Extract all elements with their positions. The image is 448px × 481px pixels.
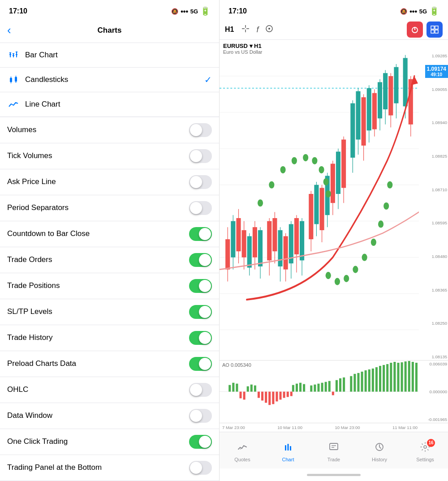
crosshair-icon[interactable] [241,24,250,35]
nav-header: ‹ Charts [0,20,219,43]
svg-rect-55 [278,230,282,266]
signal-icon-right: ●●● [409,9,417,14]
svg-rect-162 [265,392,267,403]
line-chart-icon [7,98,20,111]
svg-rect-131 [314,385,316,392]
layout-button[interactable] [426,21,443,38]
svg-rect-89 [378,82,382,118]
chart-symbol-info: EURUSD ▾ H1 Euro vs US Dollar [223,43,262,55]
svg-rect-156 [412,362,414,392]
line-chart-label: Line Chart [25,100,212,109]
svg-rect-81 [356,91,360,140]
price-7: 1.08480 [420,254,447,259]
toggle-countdown-label: Countdown to Bar Close [7,229,90,238]
toggle-ask-label: Ask Price Line [7,177,56,186]
toggle-ohlc-switch[interactable] [189,383,212,397]
tab-trade[interactable]: Trade [311,439,357,462]
back-button[interactable]: ‹ [7,23,15,37]
svg-rect-26 [435,30,438,33]
svg-rect-130 [310,386,312,392]
svg-rect-153 [401,362,403,392]
tab-history[interactable]: History [357,439,402,462]
svg-rect-155 [408,361,410,392]
svg-rect-133 [321,383,323,392]
price-5: 1.08710 [420,187,447,192]
time-tick-2: 10 Mar 11:00 [277,425,302,430]
chart-type-line[interactable]: Line Chart [0,92,219,117]
toggle-sl-tp-switch[interactable] [189,305,212,319]
time-left: 17:10 [9,7,27,15]
power-button[interactable] [407,21,423,38]
svg-rect-166 [280,392,282,400]
svg-point-105 [303,154,308,161]
svg-rect-77 [341,140,346,188]
svg-rect-128 [299,383,302,392]
svg-point-103 [280,166,286,173]
toggle-ask-switch[interactable] [189,175,212,189]
toggle-trade-orders-switch[interactable] [189,253,212,267]
svg-rect-170 [332,392,334,395]
status-bar-right: 17:10 🔕 ●●● 5G 🔋 [220,0,448,20]
svg-rect-57 [284,236,288,269]
svg-rect-169 [290,392,293,396]
svg-rect-132 [317,384,319,392]
svg-rect-63 [300,221,304,261]
chart-type-bar[interactable]: Bar Chart [0,43,219,68]
main-chart-area[interactable]: EURUSD ▾ H1 Euro vs US Dollar 1.09174 49… [220,40,448,360]
bar-chart-label: Bar Chart [25,51,212,60]
objects-icon[interactable] [265,24,274,35]
battery-icon-right: 🔋 [429,6,439,16]
svg-rect-147 [379,366,381,392]
candlestick-icon [7,73,20,86]
toggle-tick-switch[interactable] [189,149,212,163]
tab-trade-label: Trade [327,457,340,462]
svg-rect-136 [336,380,338,392]
history-icon [374,442,385,455]
toggle-one-click-switch[interactable] [189,435,212,449]
price-1: 1.09285 [420,53,447,58]
price-6: 1.08595 [420,220,447,225]
svg-rect-93 [388,76,393,116]
toggle-trade-orders: Trade Orders [0,247,219,273]
toggle-data-window-switch[interactable] [189,409,212,423]
tab-settings[interactable]: 16 Settings [402,439,448,462]
right-panel: 17:10 🔕 ●●● 5G 🔋 H1 f [220,0,448,481]
ind-price-2: 0.000000 [420,389,447,394]
toggle-one-click-label: One Click Trading [7,437,68,446]
toggle-preload-switch[interactable] [189,357,212,371]
price-badge: 1.09174 49:10 [425,65,448,78]
toggle-trade-history-switch[interactable] [189,331,212,345]
svg-rect-159 [243,392,246,400]
function-icon[interactable]: f [256,25,258,34]
svg-rect-69 [320,188,324,230]
toolbar-right [407,21,443,38]
svg-point-106 [312,157,317,164]
battery-icon-left: 🔋 [200,6,210,16]
toggle-volumes-switch[interactable] [189,123,212,137]
svg-rect-123 [247,387,249,392]
toggle-period-switch[interactable] [189,201,212,215]
timeframe-label[interactable]: H1 [225,26,234,34]
svg-rect-141 [357,373,359,392]
toggle-trading-panel-switch[interactable] [189,461,212,475]
toolbar-icons: f [241,24,274,35]
chart-type-candlesticks[interactable]: Candlesticks ✓ [0,68,219,92]
bell-icon-left: 🔕 [171,8,178,15]
indicator-price-axis: 0.006039 0.000000 -0.001965 [419,361,448,423]
toggle-sl-tp: SL/TP Levels [0,299,219,325]
left-panel: 17:10 🔕 ●●● 5G 🔋 ‹ Charts [0,0,220,481]
candlesticks-check: ✓ [204,74,212,85]
toggle-countdown-switch[interactable] [189,227,212,241]
tab-chart[interactable]: Chart [265,439,311,462]
home-bar [307,474,361,476]
bar-chart-icon [7,49,20,61]
svg-point-111 [335,278,340,285]
tab-quotes[interactable]: Quotes [220,439,265,462]
tab-history-label: History [372,457,387,462]
toggle-trade-positions-switch[interactable] [189,279,212,293]
svg-point-109 [326,190,331,198]
time-right: 17:10 [228,7,247,15]
toggle-volumes: Volumes [0,117,219,143]
svg-rect-151 [393,362,396,392]
toggle-ohlc-label: OHLC [7,385,28,394]
